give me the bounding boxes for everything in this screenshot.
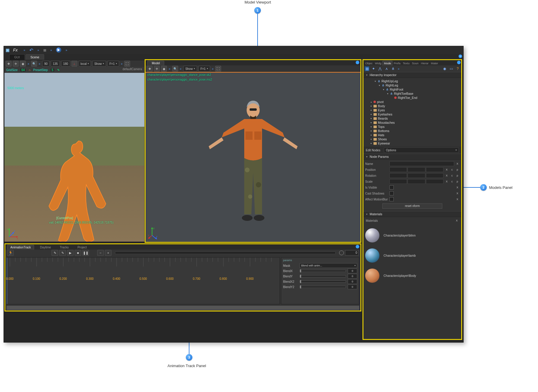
np-rot-z[interactable] [426,173,443,178]
np-x[interactable]: X [455,162,459,165]
zoom-icon[interactable]: 🔍 [172,66,178,72]
tree-row[interactable]: ●pivot [363,100,461,104]
edit-icon[interactable]: ✎ [57,68,60,72]
edit-nodes-options[interactable]: Options▾ [384,147,459,153]
tab-scene[interactable]: Scene [25,54,44,60]
np-p[interactable]: p [455,180,459,183]
orbit-icon[interactable]: ◉ [20,61,26,67]
blendy-slider[interactable] [300,275,346,277]
anim-slider[interactable] [115,252,336,254]
monitor-icon[interactable]: ▭ [449,66,454,71]
blendy-value[interactable]: 0 [348,274,357,279]
tree-row[interactable]: ▼Bottoms [363,129,461,133]
edit-icon[interactable]: ✎ [52,250,58,256]
tab-mode[interactable]: Mode [382,61,392,65]
hand-icon[interactable]: ✥ [6,61,12,67]
mode-multi-icon[interactable]: ⋔ [391,66,395,71]
close-icon[interactable] [457,61,461,64]
space-select[interactable]: local▾ [79,61,91,67]
play-button[interactable] [56,47,61,53]
move-icon[interactable]: ✛ [13,61,19,67]
tab-animationtrack[interactable]: AnimationTrack [7,245,34,250]
np-pos-x[interactable] [389,167,407,172]
np-p[interactable]: p [455,168,459,171]
np-c[interactable]: c [450,168,454,171]
blendx-value[interactable]: 0 [348,269,357,273]
np-isvisible-checkbox[interactable] [389,185,394,189]
np-motionblur-checkbox[interactable] [389,197,394,201]
close-icon[interactable] [356,61,359,64]
np-rot-y[interactable] [408,173,425,178]
tree-row[interactable]: ▼Eyewear [363,141,461,145]
expand-icon[interactable]: ▼ [370,105,372,107]
angle-135[interactable]: 135 [51,61,60,67]
np-x[interactable]: X [445,168,449,171]
expand-icon[interactable]: ▼ [370,118,372,120]
tree-row[interactable]: ▼⋔RightUpLeg [363,79,461,83]
magnet-icon[interactable]: ∩ [28,68,31,72]
hand-icon[interactable]: ✥ [147,66,153,72]
play-button[interactable]: ▶ [67,250,74,256]
tab-tracks[interactable]: Tracks [57,245,72,250]
tab-widgets[interactable]: Widg [374,61,383,65]
reset-xform-button[interactable]: reset xform [382,203,442,209]
np-x[interactable]: X [445,174,449,177]
time-field[interactable]: 0 [345,250,359,256]
tree-row[interactable]: ▼⋔RightToeBase [363,91,461,96]
hierarchy-header[interactable]: Hierarchy inspector [363,72,461,78]
np-x[interactable]: X [455,186,459,189]
material-item[interactable]: Characters\player\lamb [365,245,459,266]
minus-button[interactable]: − [97,250,104,256]
stop-button[interactable]: ■ [75,250,81,256]
np-c[interactable]: c [450,174,454,177]
show-select[interactable]: Show▾ [92,61,106,67]
tab-project[interactable]: Project [74,245,90,250]
blendx-slider[interactable] [300,270,346,272]
tab-objects[interactable]: Objec [364,61,374,65]
angle-90[interactable]: 90 [42,61,50,67]
np-x[interactable]: X [455,198,459,201]
tab-prefabs[interactable]: Prefa [392,61,402,65]
zoom-icon[interactable]: 🔍 [31,61,37,67]
expand-icon[interactable]: ▼ [370,130,372,132]
tree-row[interactable]: ▼Beards [363,116,461,121]
mask-select[interactable]: Blend with anim...▾ [300,263,357,268]
expand-icon[interactable]: ⛶ [215,66,221,72]
expand-icon[interactable]: ▼ [370,126,372,128]
material-item[interactable]: Characters\player\Body [365,266,459,286]
plus-button[interactable]: + [105,250,111,256]
blendy2-value[interactable]: 0 [348,285,357,289]
np-c[interactable]: c [450,180,454,183]
expand-icon[interactable]: ▼ [370,109,372,111]
tree-row[interactable]: ▼⋔RightFoot [363,87,461,91]
np-castshadows-checkbox[interactable] [389,191,394,195]
timeline[interactable]: 0.0000.1000.2000.3000.4000.5000.6000.700… [7,257,280,304]
materials-header[interactable]: Materials [363,211,461,217]
help-icon[interactable]: ? [455,66,460,71]
expand-icon[interactable]: ▼ [378,84,381,86]
angle-180[interactable]: 180 [61,61,70,67]
format-select[interactable]: F=1▾ [198,66,210,72]
tab-textures[interactable]: Textu [402,61,411,65]
expand-icon[interactable]: ▼ [374,80,376,82]
np-pos-z[interactable] [426,167,443,172]
tree-row[interactable]: ▼Eyelashes [363,112,461,116]
expand-icon[interactable]: ▼ [370,142,372,144]
close-icon[interactable] [356,245,359,248]
grid-icon[interactable]: ▦ [43,48,46,52]
tree-row[interactable]: ▼Tops [363,125,461,129]
expand-icon[interactable]: ⛶ [124,61,130,67]
tab-materials[interactable]: Mater [430,61,439,65]
close-icon[interactable]: × [459,54,462,58]
np-pos-y[interactable] [408,167,425,172]
expand-icon[interactable]: ▼ [382,89,385,91]
material-item[interactable]: Characters\player\blinn [365,225,459,245]
np-name-field[interactable] [389,161,454,166]
tree-row[interactable]: ▼Shoes [363,137,461,141]
np-x[interactable]: X [445,180,449,183]
np-scl-y[interactable] [408,179,425,184]
np-x[interactable]: X [455,219,459,222]
gridsize-value[interactable]: 64 [20,68,26,72]
model-viewport[interactable]: characters\player\personaggio_stance_pos… [146,72,360,242]
tree-row[interactable]: ▼Eyes [363,108,461,112]
